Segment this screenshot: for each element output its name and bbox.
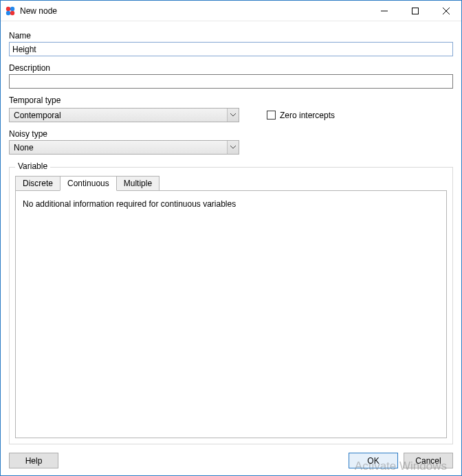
- variable-tabs: Discrete Continuous Multiple: [15, 176, 447, 191]
- dialog-content: Name Description Temporal type Contempor…: [1, 21, 461, 475]
- titlebar: New node: [1, 1, 461, 21]
- chevron-down-icon: [227, 141, 239, 154]
- svg-rect-5: [412, 8, 418, 14]
- maximize-button[interactable]: [399, 1, 430, 21]
- noisy-type-value: None: [14, 143, 227, 152]
- app-icon: [5, 5, 16, 16]
- cancel-button[interactable]: Cancel: [404, 453, 453, 468]
- ok-button[interactable]: OK: [349, 453, 398, 468]
- window-title: New node: [20, 6, 57, 16]
- zero-intercepts-label: Zero intercepts: [280, 111, 335, 120]
- noisy-type-label: Noisy type: [9, 129, 453, 139]
- name-field[interactable]: [9, 42, 453, 56]
- name-label: Name: [9, 31, 453, 41]
- description-field[interactable]: [9, 74, 453, 89]
- tab-discrete[interactable]: Discrete: [15, 176, 60, 191]
- window-controls: [368, 1, 461, 21]
- description-label: Description: [9, 63, 453, 73]
- tab-continuous[interactable]: Continuous: [60, 176, 117, 191]
- tab-multiple[interactable]: Multiple: [116, 176, 160, 191]
- help-button[interactable]: Help: [9, 453, 58, 468]
- svg-point-2: [6, 10, 10, 14]
- svg-point-1: [10, 6, 14, 10]
- svg-point-3: [10, 10, 14, 14]
- svg-point-0: [6, 6, 10, 10]
- tab-panel-continuous: No additional information required for c…: [15, 190, 447, 438]
- temporal-type-label: Temporal type: [9, 95, 453, 105]
- chevron-down-icon: [227, 109, 239, 122]
- temporal-type-value: Contemporal: [14, 111, 227, 120]
- variable-group: Variable Discrete Continuous Multiple No…: [9, 167, 453, 444]
- minimize-button[interactable]: [368, 1, 399, 21]
- dialog-window: New node Name Description Temporal type …: [0, 0, 462, 476]
- close-button[interactable]: [430, 1, 461, 21]
- zero-intercepts-checkbox[interactable]: [267, 111, 276, 120]
- temporal-type-select[interactable]: Contemporal: [9, 108, 239, 122]
- continuous-info-text: No additional information required for c…: [23, 199, 236, 209]
- noisy-type-select[interactable]: None: [9, 140, 239, 155]
- variable-legend: Variable: [15, 161, 50, 171]
- dialog-button-row: Help OK Cancel: [9, 453, 453, 468]
